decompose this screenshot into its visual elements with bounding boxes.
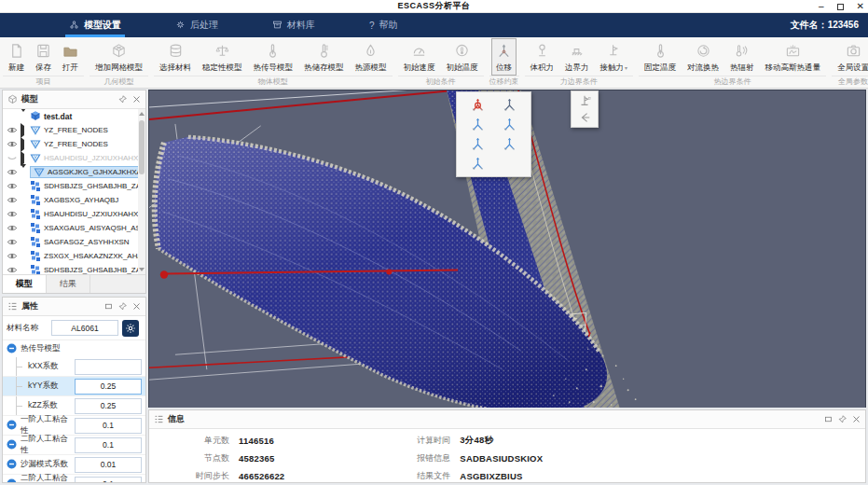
toolbar-button-mesh-cube[interactable]: 增加网格模型 (90, 38, 147, 76)
toolbar-button-displacement-axes[interactable]: 位移 (491, 38, 517, 76)
property-value-field[interactable] (75, 477, 142, 483)
toolbar-button-thermo-storage[interactable]: 热储存模型 (299, 38, 349, 76)
toolbar-button-global-settings[interactable]: 全局设置 (833, 38, 868, 76)
toolbar-button-contact-force[interactable]: 接触力▾ (596, 38, 633, 76)
tree-item[interactable]: XAGBSXG_AYHAQBJ (3, 193, 138, 207)
expand-arrow-icon[interactable] (21, 168, 27, 177)
tree-item[interactable]: XSAXGAUS_AISYAQSH_ASHX (3, 221, 138, 235)
property-value-field[interactable] (75, 398, 142, 414)
property-row[interactable]: 沙漏模式系数 (3, 455, 145, 475)
toolbar-button-material-db[interactable]: 选择材料 (155, 38, 196, 76)
menu-item-2[interactable]: 后处理 (162, 13, 231, 37)
eye-icon[interactable] (7, 265, 18, 274)
eye-icon[interactable] (7, 237, 18, 247)
close-icon[interactable] (852, 415, 861, 423)
axis-option-6[interactable] (497, 135, 521, 153)
tree-item[interactable]: YZ_FREE_NODES (3, 123, 138, 137)
collapse-minus-icon[interactable] (7, 459, 17, 471)
property-value-field[interactable] (75, 359, 142, 375)
toolbar-button-open-folder[interactable]: 打开 (58, 38, 83, 76)
collapse-minus-icon[interactable] (7, 439, 17, 451)
property-row[interactable]: kYY系数 (3, 377, 145, 396)
toolbar-button-boundary-force[interactable]: 边界力 (560, 38, 594, 76)
menu-item-3[interactable]: 材料库 (259, 13, 328, 37)
tree-item[interactable]: HSAUHDISU_JZXIUXHAHX (3, 151, 138, 165)
tab-model[interactable]: 模型 (3, 275, 47, 293)
eye-icon[interactable] (7, 167, 18, 177)
axis-option-1[interactable] (466, 96, 490, 114)
viewport-3d[interactable] (148, 90, 866, 408)
restore-icon[interactable] (824, 415, 833, 423)
collapse-minus-icon[interactable] (7, 343, 17, 355)
axis-option-4[interactable] (497, 116, 521, 133)
property-row[interactable]: kXX系数 (3, 357, 145, 377)
menu-item-4[interactable]: ?帮助 (356, 13, 411, 37)
property-row[interactable]: 二阶人工粘合性 (3, 475, 145, 482)
tree-item[interactable]: SAGFASGZ_ASYHHXSN (3, 235, 138, 249)
expand-arrow-icon[interactable] (21, 126, 27, 135)
close-icon[interactable] (132, 95, 141, 104)
tab-result[interactable]: 结果 (47, 275, 90, 293)
eye-icon[interactable] (7, 195, 18, 205)
pin-icon[interactable] (838, 415, 847, 423)
eye-icon[interactable] (7, 209, 18, 219)
toolbar-button-new-file[interactable]: 新建 (4, 38, 29, 76)
pin-icon[interactable] (118, 95, 127, 104)
tree-item[interactable]: HSAUHDISU_JZXIUXHAHX (3, 207, 138, 221)
model-tree-scrollbar[interactable] (138, 109, 145, 274)
eye-icon[interactable] (7, 181, 18, 191)
eye-closed-icon[interactable] (7, 153, 18, 163)
axis-option-3[interactable] (466, 116, 490, 133)
minimize-button[interactable]: – (819, 0, 824, 13)
expand-arrow-icon[interactable] (21, 112, 27, 121)
close-button[interactable]: ✕ (857, 0, 864, 13)
pin-icon[interactable] (118, 302, 127, 311)
eye-icon[interactable] (7, 251, 18, 261)
tree-item[interactable]: test.dat (3, 109, 138, 123)
restore-icon[interactable] (104, 302, 113, 311)
material-name-field[interactable] (51, 320, 118, 336)
menu-item-1[interactable]: 模型设置 (56, 13, 134, 37)
tree-item[interactable]: YZ_FREE_NODES (3, 137, 138, 151)
tree-item[interactable]: SDHSBJZS_GHSABJHB_ZAHU (3, 263, 138, 274)
property-value-field[interactable] (75, 379, 142, 395)
toolbar-button-fixed-temp[interactable]: 固定温度 (640, 38, 681, 76)
toolbar-button-body-force[interactable]: 体积力 (526, 38, 559, 76)
toolbar-button-gauss-flux[interactable]: 移动高斯热通量 (761, 38, 826, 76)
expand-arrow-icon[interactable] (21, 140, 27, 149)
toolbar-button-thermo[interactable]: 热传导模型 (249, 38, 298, 76)
toolbar-button-convection[interactable]: 对流换热 (682, 38, 723, 76)
eye-icon[interactable] (7, 125, 18, 135)
eye-icon[interactable] (7, 139, 18, 149)
tree-item[interactable]: AGSGKJKG_GJHXAJKHXA (3, 165, 138, 179)
property-group-row[interactable]: 热传导模型 (3, 340, 145, 357)
toolbar-button-init-temp[interactable]: 初始温度 (442, 38, 483, 76)
tree-item[interactable]: SDHSBJZS_GHSABJHB_ZAHU (3, 179, 138, 193)
scroll-thumb[interactable] (139, 120, 145, 174)
tree-item[interactable]: ZSXGX_HSAKAZNZXK_AHASX (3, 249, 138, 263)
contact-arrow-option[interactable] (578, 111, 591, 124)
contact-pin-option[interactable] (578, 94, 591, 107)
eye-icon[interactable] (7, 223, 18, 233)
toolbar-button-save[interactable]: 保存 (31, 38, 56, 76)
toolbar-button-radiation[interactable]: 热辐射 (725, 38, 759, 76)
collapse-minus-icon[interactable] (7, 420, 17, 432)
property-row[interactable]: kZZ系数 (3, 396, 145, 416)
collapse-minus-icon[interactable] (7, 478, 17, 483)
axis-option-7[interactable] (466, 155, 490, 173)
toolbar-button-heat-source[interactable]: 热源模型 (351, 38, 392, 76)
property-value-field[interactable] (75, 457, 142, 473)
property-row[interactable]: 二阶人工粘合性 (3, 436, 145, 455)
property-value-field[interactable] (75, 437, 142, 453)
scroll-down-icon[interactable] (139, 268, 145, 271)
toolbar-button-stability-scale[interactable]: 稳定性模型 (198, 38, 247, 76)
maximize-button[interactable] (837, 4, 844, 10)
toolbar-button-init-velocity[interactable]: 初始速度 (399, 38, 440, 76)
property-row[interactable]: 一阶人工粘合性 (3, 416, 145, 436)
property-value-field[interactable] (75, 418, 142, 434)
axis-option-2[interactable] (497, 96, 521, 114)
scroll-up-icon[interactable] (139, 112, 145, 116)
close-icon[interactable] (132, 302, 141, 311)
axis-option-5[interactable] (466, 135, 490, 153)
expand-arrow-icon[interactable] (21, 154, 27, 163)
